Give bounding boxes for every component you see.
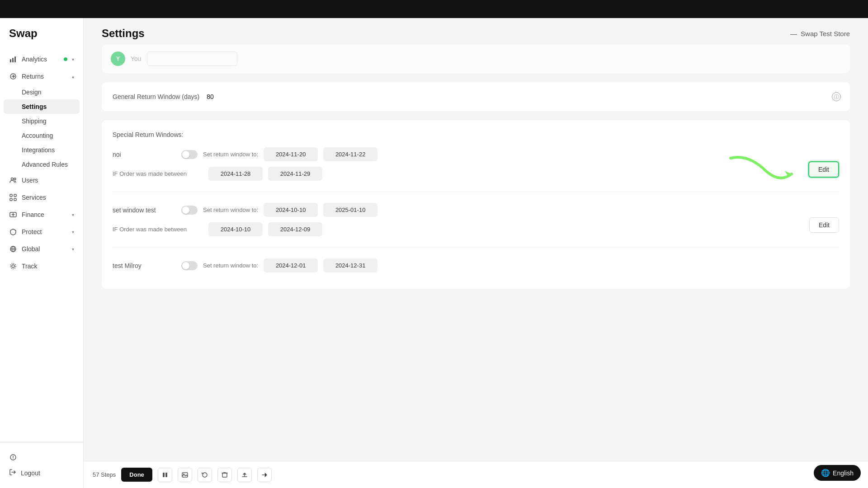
sidebar-item-analytics[interactable]: Analytics ▾ bbox=[0, 51, 83, 68]
rw-return-end-noi: 2024-11-22 bbox=[323, 147, 377, 161]
analytics-badge bbox=[64, 57, 67, 61]
rw-toggle-swt[interactable] bbox=[181, 206, 198, 215]
sidebar-sub-advanced-rules[interactable]: Advanced Rules bbox=[0, 157, 83, 172]
store-dash: — bbox=[790, 30, 797, 38]
sidebar-nav: Analytics ▾ Returns ▴ Design Settings Sh… bbox=[0, 51, 83, 442]
svg-point-14 bbox=[10, 263, 16, 269]
sidebar: Swap Analytics ▾ Returns ▴ bbox=[0, 18, 84, 488]
image-button[interactable] bbox=[178, 468, 192, 482]
sidebar-sub-design[interactable]: Design bbox=[0, 85, 83, 99]
sidebar-support[interactable] bbox=[9, 450, 74, 465]
sidebar-bottom: Logout bbox=[0, 442, 83, 488]
svg-rect-17 bbox=[163, 473, 165, 477]
services-icon bbox=[9, 193, 17, 202]
rw-if-label-swt: IF Order was made between bbox=[113, 226, 203, 233]
rw-entry-test-milroy: test Milroy Set return window to: 2024-1… bbox=[113, 258, 839, 272]
rw-set-label-tm: Set return window to: bbox=[203, 262, 258, 269]
protect-chevron: ▾ bbox=[72, 230, 74, 235]
svg-rect-7 bbox=[14, 194, 16, 197]
pause-button[interactable] bbox=[158, 468, 172, 482]
sidebar-item-analytics-label: Analytics bbox=[22, 56, 59, 63]
sidebar-sub-accounting[interactable]: Accounting bbox=[0, 128, 83, 143]
edit-button-swt[interactable]: Edit bbox=[809, 217, 839, 233]
grw-label: General Return Window (days) bbox=[113, 93, 199, 100]
rw-entry-set-window-test: set window test Set return window to: 20… bbox=[113, 203, 839, 248]
rw-order-end-swt: 2024-12-09 bbox=[268, 222, 322, 236]
rw-return-end-tm: 2024-12-31 bbox=[323, 258, 377, 272]
sidebar-item-services[interactable]: Services bbox=[0, 189, 83, 206]
svg-rect-18 bbox=[165, 473, 167, 477]
svg-rect-1 bbox=[12, 58, 14, 62]
analytics-chevron: ▾ bbox=[72, 57, 74, 62]
rw-name-swt: set window test bbox=[113, 206, 176, 214]
returns-icon bbox=[9, 72, 17, 80]
sidebar-item-returns[interactable]: Returns ▴ bbox=[0, 68, 83, 85]
steps-count: 57 Steps bbox=[93, 471, 116, 478]
info-icon[interactable]: ⓘ bbox=[832, 92, 841, 101]
sidebar-item-finance-label: Finance bbox=[22, 211, 67, 218]
edit-button-noi[interactable]: Edit bbox=[808, 161, 839, 178]
users-icon bbox=[9, 176, 17, 184]
app-logo: Swap bbox=[0, 27, 83, 51]
refresh-button[interactable] bbox=[198, 468, 212, 482]
top-section-text: You bbox=[131, 55, 142, 62]
svg-point-5 bbox=[14, 178, 16, 180]
sidebar-item-returns-label: Returns bbox=[22, 73, 67, 80]
sidebar-item-services-label: Services bbox=[22, 194, 74, 201]
srw-title: Special Return Windows: bbox=[113, 131, 839, 138]
sidebar-item-users[interactable]: Users bbox=[0, 172, 83, 189]
rw-return-start-noi: 2024-11-20 bbox=[264, 147, 318, 161]
rw-toggle-noi[interactable] bbox=[181, 150, 198, 159]
toggle-knob-swt bbox=[182, 206, 189, 214]
svg-point-4 bbox=[11, 178, 14, 180]
special-return-windows: Special Return Windows: noi Set return w… bbox=[102, 120, 850, 289]
rw-set-label-swt: Set return window to: bbox=[203, 206, 258, 213]
rw-toggle-tm[interactable] bbox=[181, 261, 198, 270]
top-section-input[interactable] bbox=[147, 52, 237, 66]
content-area: Y You General Return Window (days) 80 ⓘ … bbox=[84, 44, 868, 461]
svg-rect-21 bbox=[222, 473, 227, 477]
sidebar-sub-integrations[interactable]: Integrations bbox=[0, 143, 83, 157]
done-button[interactable]: Done bbox=[121, 468, 152, 482]
top-section: Y You bbox=[102, 44, 850, 73]
toggle-knob-noi bbox=[182, 151, 189, 158]
sidebar-item-track[interactable]: Track bbox=[0, 258, 83, 275]
global-chevron: ▾ bbox=[72, 247, 74, 252]
delete-button[interactable] bbox=[217, 468, 232, 482]
rw-order-end-noi: 2024-11-29 bbox=[268, 167, 322, 181]
toggle-knob-tm bbox=[182, 262, 189, 269]
rw-order-start-swt: 2024-10-10 bbox=[208, 222, 263, 236]
store-label: — Swap Test Store bbox=[790, 30, 850, 38]
protect-icon bbox=[9, 228, 17, 236]
svg-rect-6 bbox=[10, 194, 12, 197]
sidebar-logout[interactable]: Logout bbox=[9, 465, 74, 481]
sidebar-item-finance[interactable]: Finance ▾ bbox=[0, 206, 83, 223]
rw-name-noi: noi bbox=[113, 151, 176, 158]
svg-rect-9 bbox=[14, 198, 16, 201]
rw-return-end-swt: 2025-01-10 bbox=[323, 203, 377, 217]
logout-icon bbox=[9, 469, 16, 477]
sidebar-sub-settings[interactable]: Settings bbox=[4, 99, 80, 114]
grw-value: 80 bbox=[207, 93, 214, 100]
rw-entry-noi: noi Set return window to: 2024-11-20 202… bbox=[113, 147, 839, 192]
sidebar-item-global[interactable]: Global ▾ bbox=[0, 240, 83, 258]
general-return-window-card: General Return Window (days) 80 ⓘ bbox=[102, 82, 850, 111]
steps-badge: 57 Steps bbox=[93, 471, 116, 478]
main-header: Settings — Swap Test Store bbox=[84, 18, 868, 44]
store-name: Swap Test Store bbox=[801, 30, 850, 38]
finance-chevron: ▾ bbox=[72, 212, 74, 217]
sidebar-sub-shipping[interactable]: Shipping bbox=[0, 114, 83, 128]
finance-icon bbox=[9, 211, 17, 219]
sidebar-item-track-label: Track bbox=[22, 263, 74, 270]
language-badge[interactable]: 🌐 English bbox=[814, 465, 861, 481]
returns-chevron: ▴ bbox=[72, 74, 74, 79]
svg-rect-2 bbox=[14, 56, 16, 62]
forward-button[interactable] bbox=[257, 468, 272, 482]
rw-name-tm: test Milroy bbox=[113, 262, 176, 269]
upload-button[interactable] bbox=[237, 468, 252, 482]
sidebar-item-global-label: Global bbox=[22, 245, 67, 253]
global-icon bbox=[9, 245, 17, 253]
sidebar-item-protect[interactable]: Protect ▾ bbox=[0, 223, 83, 240]
rw-order-start-noi: 2024-11-28 bbox=[208, 167, 263, 181]
chart-icon bbox=[9, 55, 17, 63]
